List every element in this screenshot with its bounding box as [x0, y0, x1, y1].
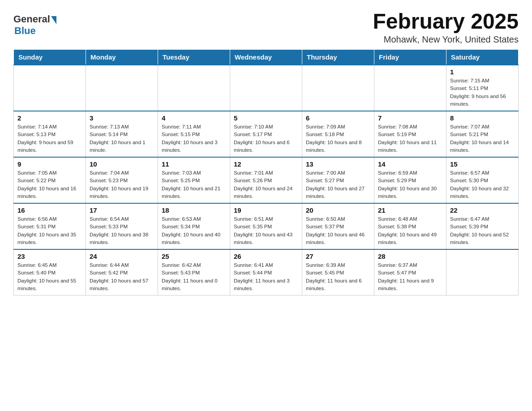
calendar-cell: 12Sunrise: 7:01 AMSunset: 5:26 PMDayligh… [230, 157, 302, 203]
day-number: 8 [450, 114, 515, 122]
day-number: 16 [17, 206, 82, 214]
day-info: Sunrise: 7:01 AMSunset: 5:26 PMDaylight:… [234, 169, 298, 200]
calendar-cell: 6Sunrise: 7:09 AMSunset: 5:18 PMDaylight… [302, 111, 374, 157]
day-header-sunday: Sunday [14, 50, 86, 65]
calendar-cell [158, 65, 230, 111]
day-number: 13 [306, 160, 370, 168]
calendar-week-row: 16Sunrise: 6:56 AMSunset: 5:31 PMDayligh… [14, 203, 519, 249]
calendar-cell: 23Sunrise: 6:45 AMSunset: 5:40 PMDayligh… [14, 249, 86, 295]
day-info: Sunrise: 6:51 AMSunset: 5:35 PMDaylight:… [234, 215, 298, 246]
calendar-header-row: SundayMondayTuesdayWednesdayThursdayFrid… [14, 50, 519, 65]
calendar-cell: 26Sunrise: 6:41 AMSunset: 5:44 PMDayligh… [230, 249, 302, 295]
day-info: Sunrise: 6:54 AMSunset: 5:33 PMDaylight:… [90, 215, 154, 246]
day-number: 22 [450, 206, 515, 214]
day-header-thursday: Thursday [302, 50, 374, 65]
day-number: 14 [378, 160, 442, 168]
day-number: 7 [378, 114, 442, 122]
day-header-friday: Friday [374, 50, 446, 65]
day-info: Sunrise: 6:59 AMSunset: 5:29 PMDaylight:… [378, 169, 442, 200]
day-info: Sunrise: 6:44 AMSunset: 5:42 PMDaylight:… [90, 261, 154, 292]
calendar-cell [230, 65, 302, 111]
calendar-cell [446, 249, 519, 295]
day-info: Sunrise: 6:50 AMSunset: 5:37 PMDaylight:… [306, 215, 370, 246]
day-number: 18 [162, 206, 226, 214]
day-number: 5 [234, 114, 298, 122]
day-number: 23 [17, 253, 82, 260]
calendar-cell: 17Sunrise: 6:54 AMSunset: 5:33 PMDayligh… [86, 203, 158, 249]
calendar-cell: 9Sunrise: 7:05 AMSunset: 5:22 PMDaylight… [14, 157, 86, 203]
day-info: Sunrise: 6:45 AMSunset: 5:40 PMDaylight:… [17, 261, 82, 292]
day-info: Sunrise: 6:41 AMSunset: 5:44 PMDaylight:… [234, 261, 298, 292]
day-info: Sunrise: 7:10 AMSunset: 5:17 PMDaylight:… [234, 123, 298, 154]
day-number: 28 [378, 253, 442, 260]
calendar-cell: 10Sunrise: 7:04 AMSunset: 5:23 PMDayligh… [86, 157, 158, 203]
calendar-cell: 7Sunrise: 7:08 AMSunset: 5:19 PMDaylight… [374, 111, 446, 157]
calendar-cell: 13Sunrise: 7:00 AMSunset: 5:27 PMDayligh… [302, 157, 374, 203]
day-info: Sunrise: 7:03 AMSunset: 5:25 PMDaylight:… [162, 169, 226, 200]
day-info: Sunrise: 6:47 AMSunset: 5:39 PMDaylight:… [450, 215, 515, 246]
calendar-table: SundayMondayTuesdayWednesdayThursdayFrid… [13, 49, 519, 295]
logo: General Blue [13, 13, 56, 37]
calendar-week-row: 1Sunrise: 7:15 AMSunset: 5:11 PMDaylight… [14, 65, 519, 111]
calendar-cell: 15Sunrise: 6:57 AMSunset: 5:30 PMDayligh… [446, 157, 519, 203]
day-number: 26 [234, 253, 298, 260]
logo-blue-text: Blue [14, 25, 36, 37]
day-info: Sunrise: 7:08 AMSunset: 5:19 PMDaylight:… [378, 123, 442, 154]
page-header: General Blue February 2025 Mohawk, New Y… [13, 9, 519, 45]
day-header-tuesday: Tuesday [158, 50, 230, 65]
location-text: Mohawk, New York, United States [373, 34, 519, 45]
day-info: Sunrise: 6:37 AMSunset: 5:47 PMDaylight:… [378, 261, 442, 292]
day-header-wednesday: Wednesday [230, 50, 302, 65]
calendar-cell: 5Sunrise: 7:10 AMSunset: 5:17 PMDaylight… [230, 111, 302, 157]
calendar-week-row: 2Sunrise: 7:14 AMSunset: 5:13 PMDaylight… [14, 111, 519, 157]
calendar-cell [86, 65, 158, 111]
calendar-cell: 1Sunrise: 7:15 AMSunset: 5:11 PMDaylight… [446, 65, 519, 111]
logo-arrow-icon [51, 16, 56, 24]
day-number: 2 [17, 114, 82, 122]
calendar-cell: 18Sunrise: 6:53 AMSunset: 5:34 PMDayligh… [158, 203, 230, 249]
day-number: 6 [306, 114, 370, 122]
calendar-cell: 24Sunrise: 6:44 AMSunset: 5:42 PMDayligh… [86, 249, 158, 295]
calendar-cell: 25Sunrise: 6:42 AMSunset: 5:43 PMDayligh… [158, 249, 230, 295]
calendar-cell: 4Sunrise: 7:11 AMSunset: 5:15 PMDaylight… [158, 111, 230, 157]
day-info: Sunrise: 6:57 AMSunset: 5:30 PMDaylight:… [450, 169, 515, 200]
day-info: Sunrise: 7:11 AMSunset: 5:15 PMDaylight:… [162, 123, 226, 154]
day-header-saturday: Saturday [446, 50, 519, 65]
day-number: 27 [306, 253, 370, 260]
day-number: 17 [90, 206, 154, 214]
calendar-cell: 20Sunrise: 6:50 AMSunset: 5:37 PMDayligh… [302, 203, 374, 249]
calendar-cell: 22Sunrise: 6:47 AMSunset: 5:39 PMDayligh… [446, 203, 519, 249]
day-info: Sunrise: 7:15 AMSunset: 5:11 PMDaylight:… [450, 77, 515, 108]
day-number: 19 [234, 206, 298, 214]
title-block: February 2025 Mohawk, New York, United S… [373, 9, 519, 45]
calendar-cell: 21Sunrise: 6:48 AMSunset: 5:38 PMDayligh… [374, 203, 446, 249]
day-number: 1 [450, 68, 515, 76]
calendar-cell: 28Sunrise: 6:37 AMSunset: 5:47 PMDayligh… [374, 249, 446, 295]
day-info: Sunrise: 7:00 AMSunset: 5:27 PMDaylight:… [306, 169, 370, 200]
calendar-week-row: 23Sunrise: 6:45 AMSunset: 5:40 PMDayligh… [14, 249, 519, 295]
day-info: Sunrise: 7:09 AMSunset: 5:18 PMDaylight:… [306, 123, 370, 154]
day-info: Sunrise: 7:13 AMSunset: 5:14 PMDaylight:… [90, 123, 154, 154]
day-number: 10 [90, 160, 154, 168]
logo-general-text: General [13, 13, 50, 25]
calendar-cell [302, 65, 374, 111]
day-info: Sunrise: 6:48 AMSunset: 5:38 PMDaylight:… [378, 215, 442, 246]
day-number: 11 [162, 160, 226, 168]
day-info: Sunrise: 6:56 AMSunset: 5:31 PMDaylight:… [17, 215, 82, 246]
day-header-monday: Monday [86, 50, 158, 65]
calendar-cell [374, 65, 446, 111]
calendar-cell: 11Sunrise: 7:03 AMSunset: 5:25 PMDayligh… [158, 157, 230, 203]
day-number: 24 [90, 253, 154, 260]
calendar-cell: 19Sunrise: 6:51 AMSunset: 5:35 PMDayligh… [230, 203, 302, 249]
day-number: 25 [162, 253, 226, 260]
day-number: 9 [17, 160, 82, 168]
calendar-cell: 3Sunrise: 7:13 AMSunset: 5:14 PMDaylight… [86, 111, 158, 157]
day-info: Sunrise: 6:53 AMSunset: 5:34 PMDaylight:… [162, 215, 226, 246]
calendar-cell: 2Sunrise: 7:14 AMSunset: 5:13 PMDaylight… [14, 111, 86, 157]
day-info: Sunrise: 6:42 AMSunset: 5:43 PMDaylight:… [162, 261, 226, 292]
day-number: 20 [306, 206, 370, 214]
day-info: Sunrise: 7:07 AMSunset: 5:21 PMDaylight:… [450, 123, 515, 154]
calendar-cell: 14Sunrise: 6:59 AMSunset: 5:29 PMDayligh… [374, 157, 446, 203]
day-info: Sunrise: 6:39 AMSunset: 5:45 PMDaylight:… [306, 261, 370, 292]
day-info: Sunrise: 7:14 AMSunset: 5:13 PMDaylight:… [17, 123, 82, 154]
